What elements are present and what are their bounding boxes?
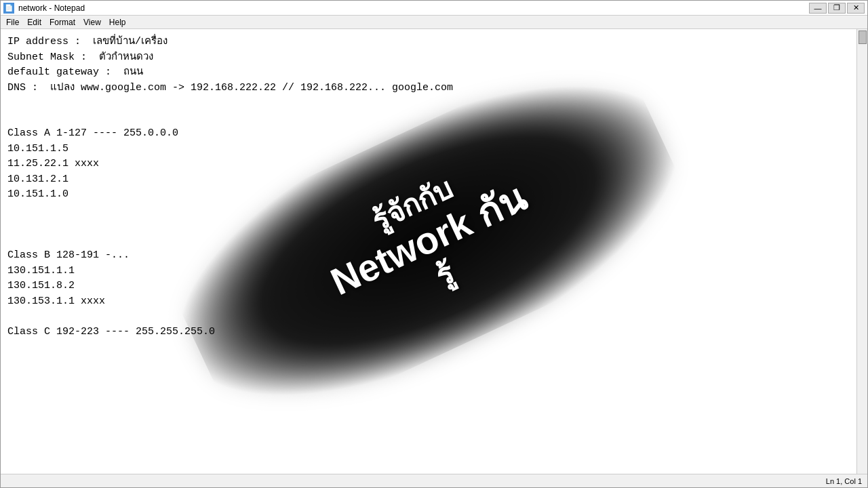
menu-bar: File Edit Format View Help <box>1 16 867 29</box>
menu-view[interactable]: View <box>79 17 105 27</box>
menu-edit[interactable]: Edit <box>23 17 45 27</box>
editor-wrapper: IP address : เลขที่บ้าน/เครื่อง Subnet M… <box>1 29 867 474</box>
menu-file[interactable]: File <box>2 17 23 27</box>
line-col-indicator: Ln 1, Col 1 <box>826 477 862 485</box>
close-button[interactable]: ✕ <box>847 3 865 14</box>
scrollbar-thumb[interactable] <box>859 30 867 44</box>
notepad-icon: 📄 <box>3 3 14 14</box>
minimize-button[interactable]: — <box>809 3 827 14</box>
menu-format[interactable]: Format <box>45 17 79 27</box>
restore-button[interactable]: ❐ <box>828 3 846 14</box>
editor-area[interactable]: IP address : เลขที่บ้าน/เครื่อง Subnet M… <box>1 29 856 474</box>
title-bar-left: 📄 network - Notepad <box>3 3 85 14</box>
title-bar: 📄 network - Notepad — ❐ ✕ <box>1 1 867 16</box>
window-title: network - Notepad <box>18 3 85 13</box>
scrollbar-right[interactable] <box>856 29 867 474</box>
status-bar: Ln 1, Col 1 <box>1 474 867 487</box>
window-controls: — ❐ ✕ <box>809 3 865 14</box>
editor-content: IP address : เลขที่บ้าน/เครื่อง Subnet M… <box>7 35 850 340</box>
menu-help[interactable]: Help <box>105 17 130 27</box>
notepad-window: 📄 network - Notepad — ❐ ✕ File Edit Form… <box>0 0 868 488</box>
